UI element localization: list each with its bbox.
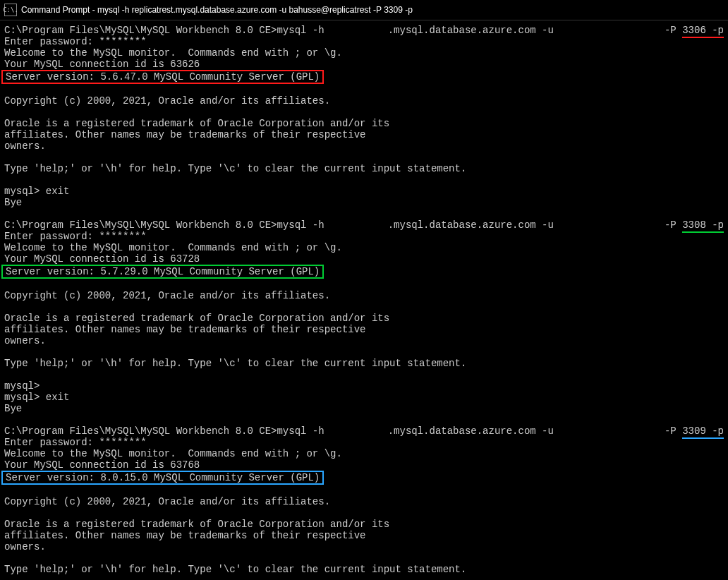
trademark-line: owners. <box>4 140 724 152</box>
server-version-box: Server version: 5.6.47.0 MySQL Community… <box>1 70 324 84</box>
trademark-line: affiliates. Other names may be trademark… <box>4 324 724 335</box>
blank-line <box>4 485 724 496</box>
connection-id-line: Your MySQL connection id is 63626 <box>4 59 724 70</box>
blank-line <box>4 84 724 95</box>
server-version-line: Server version: 5.7.29.0 MySQL Community… <box>4 265 724 279</box>
trademark-line: Oracle is a registered trademark of Orac… <box>4 118 724 129</box>
trademark-line: owners. <box>4 335 724 346</box>
blank-line <box>4 575 724 580</box>
host-arg: .mysql.database.azure.com -u <box>388 425 554 437</box>
mysql-prompt-line: mysql> exit <box>4 186 724 197</box>
blank-line <box>4 507 724 519</box>
blank-line <box>4 369 724 380</box>
server-version-box: Server version: 5.7.29.0 MySQL Community… <box>1 265 324 279</box>
password-prompt: Enter password: ******** <box>4 437 724 448</box>
host-arg: .mysql.database.azure.com -u <box>388 25 554 36</box>
mysql-connect-command: C:\Program Files\MySQL\MySQL Workbench 8… <box>4 219 724 231</box>
password-prompt: Enter password: ******** <box>4 231 724 242</box>
blank-line <box>4 346 724 358</box>
port-arg: -P 3306 -p <box>665 25 724 36</box>
trademark-line: affiliates. Other names may be trademark… <box>4 129 724 140</box>
port-arg: -P 3309 -p <box>665 425 724 437</box>
port-underline: 3306 -p <box>682 25 724 38</box>
mysql-connect-command: C:\Program Files\MySQL\MySQL Workbench 8… <box>4 25 724 36</box>
blank-line <box>4 301 724 313</box>
copyright-line: Copyright (c) 2000, 2021, Oracle and/or … <box>4 290 724 301</box>
port-underline: 3309 -p <box>682 425 724 439</box>
mysql-prompt-line: Bye <box>4 403 724 414</box>
blank-line <box>4 208 724 219</box>
blank-line <box>4 107 724 118</box>
server-version-line: Server version: 8.0.15.0 MySQL Community… <box>4 471 724 485</box>
blank-line <box>4 174 724 186</box>
prompt-path: C:\Program Files\MySQL\MySQL Workbench 8… <box>4 25 324 36</box>
mysql-prompt-line: Bye <box>4 197 724 208</box>
blank-line <box>4 152 724 163</box>
server-version-line: Server version: 5.6.47.0 MySQL Community… <box>4 70 724 84</box>
welcome-line: Welcome to the MySQL monitor. Commands e… <box>4 242 724 253</box>
blank-line <box>4 552 724 564</box>
trademark-line: affiliates. Other names may be trademark… <box>4 530 724 541</box>
trademark-line: Oracle is a registered trademark of Orac… <box>4 519 724 530</box>
mysql-connect-command: C:\Program Files\MySQL\MySQL Workbench 8… <box>4 425 724 437</box>
cmd-icon: C:\. <box>4 4 17 16</box>
copyright-line: Copyright (c) 2000, 2021, Oracle and/or … <box>4 496 724 507</box>
window-title: Command Prompt - mysql -h replicatrest.m… <box>21 4 413 16</box>
trademark-line: Oracle is a registered trademark of Orac… <box>4 313 724 324</box>
terminal-output[interactable]: C:\Program Files\MySQL\MySQL Workbench 8… <box>0 20 728 580</box>
help-line: Type 'help;' or '\h' for help. Type '\c'… <box>4 163 724 174</box>
mysql-prompt-line: mysql> exit <box>4 392 724 403</box>
port-underline: 3308 -p <box>682 219 724 233</box>
prompt-path: C:\Program Files\MySQL\MySQL Workbench 8… <box>4 425 324 437</box>
titlebar[interactable]: C:\. Command Prompt - mysql -h replicatr… <box>0 0 728 20</box>
connection-id-line: Your MySQL connection id is 63728 <box>4 253 724 265</box>
prompt-path: C:\Program Files\MySQL\MySQL Workbench 8… <box>4 219 324 231</box>
trademark-line: owners. <box>4 541 724 552</box>
welcome-line: Welcome to the MySQL monitor. Commands e… <box>4 448 724 459</box>
connection-id-line: Your MySQL connection id is 63768 <box>4 459 724 471</box>
password-prompt: Enter password: ******** <box>4 36 724 47</box>
blank-line <box>4 279 724 290</box>
port-arg: -P 3308 -p <box>665 219 724 231</box>
server-version-box: Server version: 8.0.15.0 MySQL Community… <box>1 471 324 485</box>
help-line: Type 'help;' or '\h' for help. Type '\c'… <box>4 358 724 369</box>
mysql-prompt-line: mysql> <box>4 380 724 392</box>
blank-line <box>4 414 724 425</box>
welcome-line: Welcome to the MySQL monitor. Commands e… <box>4 47 724 59</box>
copyright-line: Copyright (c) 2000, 2021, Oracle and/or … <box>4 95 724 107</box>
host-arg: .mysql.database.azure.com -u <box>388 219 554 231</box>
help-line: Type 'help;' or '\h' for help. Type '\c'… <box>4 564 724 575</box>
